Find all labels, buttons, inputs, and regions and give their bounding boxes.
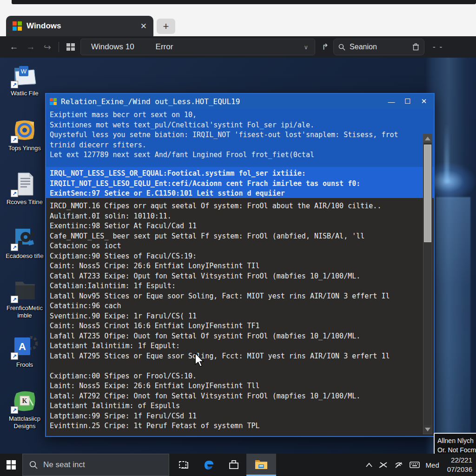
bsod-line: trinid diecerr sfiters. (50, 140, 434, 151)
minimize-button[interactable]: — (385, 98, 397, 106)
close-tab-icon[interactable]: ✕ (140, 21, 147, 31)
console-line: Cxiptianc:00 Sfipes or Frool/CS:10. (50, 371, 434, 382)
console-log-section: IRCD_NMOT.16 Cfipes orr aqut seetal Of s… (46, 198, 434, 436)
mouse-cursor (194, 353, 205, 367)
bsod-line: Exiptient mass becr ort sext on 10, (50, 110, 434, 120)
edge-icon (203, 459, 215, 471)
svg-text:A: A (19, 341, 26, 352)
console-line: Latatiant Ialintiim: 1f Eqpult: (50, 341, 434, 351)
desktop-icon-tops-yinngs[interactable]: ↗ Tops Yinngs (0, 118, 49, 152)
shortcut-arrow-icon: ↗ (11, 81, 18, 88)
browser-menu-icon[interactable]: - - (433, 42, 443, 52)
console-line: Catalian:Ialintiim: 1f Espult: (50, 281, 434, 291)
system-tray: Med 22/221 07/2036 (365, 454, 476, 476)
start-button[interactable] (0, 454, 22, 476)
browser-tab[interactable]: Windows ✕ (6, 16, 153, 36)
wifi-icon (394, 461, 403, 469)
browser-search-box[interactable]: Seanion (333, 39, 424, 55)
browser-tab-strip: Windows ✕ + (0, 0, 476, 36)
desktop-icon-label: Tops Yinngs (8, 145, 41, 152)
console-line: Laint: Noss5 Exipe: 26:6 Entfiat LonyIFe… (50, 381, 434, 391)
search-icon (29, 461, 38, 469)
desktop-icon-mattclasiicp[interactable]: K ↗ Mattclasiicp Designs (0, 389, 49, 430)
desktop-icon-label: Watlic File (11, 90, 38, 97)
desktop-icon-frenficometic[interactable]: ↗ FrenficoMetic imble (0, 278, 49, 320)
taskbar: Ne seat inct Med 22/221 07/2 (0, 454, 476, 476)
console-line: Caint: Noss5 Cripe: 26:6 Entfiat LonyIPe… (50, 261, 434, 271)
bsod-text-section: Exiptient mass becr ort sext on 10,Sxint… (46, 109, 434, 167)
address-bar[interactable]: Windows 10 Error ∨ (80, 39, 315, 55)
desktop-icon-label: Mattclasiicp Designs (9, 415, 40, 430)
extensions-grid-icon[interactable] (66, 43, 75, 51)
wifi-status-button[interactable] (394, 461, 403, 469)
task-view-button[interactable] (173, 454, 194, 476)
tray-expand-button[interactable] (365, 463, 373, 467)
start-windows-icon (7, 460, 16, 469)
bsod-highlight-section: IRQL_NOT_LESS_LESS_OR_EQUAL:Footical.sys… (46, 167, 434, 198)
console-line: Latal: AT292 Cfipe: Onot fon Settal Vits… (50, 391, 434, 402)
wallpaper-light-beam (436, 197, 470, 454)
desktop: W ↗ Watlic File ↗ Tops Yinngs (0, 58, 476, 454)
edge-browser-button[interactable] (198, 454, 219, 476)
bsod-highlight-line: IRQL_NOT_LESS_LESS_OR_EQUAL:Footical.sys… (50, 169, 434, 179)
screen: { "browser": { "tab": { "title": "Window… (0, 0, 476, 476)
desktop-icon-label: FrenficoMetic imble (7, 304, 43, 320)
chevron-up-icon (365, 463, 373, 467)
windows-logo-icon (13, 21, 22, 31)
scrollbar-thumb[interactable] (424, 145, 431, 242)
store-button[interactable] (223, 454, 245, 476)
address-site-text: Windows 10 (91, 42, 134, 52)
desktop-icon-label: Ecadoeso tifie (6, 252, 44, 260)
console-line: Latall Nov95 Stices or Eque soor Soling,… (50, 291, 434, 302)
desktop-icon-watlic-file[interactable]: W ↗ Watlic File (0, 63, 49, 97)
scrollbar[interactable] (423, 134, 432, 434)
desktop-icon-label: Rcoves Titine (7, 198, 43, 206)
desktop-icon-ecadoeso-tifie[interactable]: ↗ Ecadoeso tifie (0, 226, 49, 260)
taskbar-clock[interactable]: 22/221 07/2036 (445, 456, 472, 475)
back-icon[interactable]: ← (6, 42, 22, 52)
error-window: Relation_Exine_/Wind out_Less.HOT_EQUL19… (45, 93, 435, 437)
clock-year: 07/2036 (447, 465, 472, 474)
console-line: Cxiptianc:90 Stiees of Facul/CS:19: (50, 251, 434, 262)
share-icon[interactable]: ↱ (322, 42, 329, 52)
scroll-up-button[interactable] (423, 134, 432, 143)
console-line: Aulifiant.0I solin: 10110:11. (50, 212, 434, 222)
console-line: Catatiinc:96 cach (50, 301, 434, 311)
svg-text:K: K (22, 397, 27, 404)
bsod-line: Sxintiones mot wets text_pul/Cneltical's… (50, 120, 434, 131)
touch-keyboard-button[interactable] (410, 461, 420, 469)
trash-icon[interactable] (412, 43, 419, 51)
new-tab-button[interactable]: + (157, 19, 175, 34)
desktop-icon-rcoves-titine[interactable]: ↗ Rcoves Titine (0, 172, 49, 206)
bsod-line: Let ext 127789 next sext And/fant Lngine… (50, 150, 434, 160)
console-line: Latatiant Ialintiim: of Espulls (50, 401, 434, 411)
close-button[interactable]: ✕ (418, 97, 430, 106)
bsod-line: Quysteful less you setne biation: IRQIL_… (50, 130, 434, 140)
tab-title: Windows (26, 21, 136, 31)
shortcut-arrow-icon: ↗ (11, 190, 18, 197)
shortcut-arrow-icon: ↗ (11, 352, 18, 360)
triangle-up-icon (425, 137, 430, 140)
desktop-icon-frools[interactable]: A ↗ Frools (0, 335, 49, 369)
taskbar-search[interactable]: Ne seat inct (22, 454, 169, 476)
scroll-down-button[interactable] (423, 425, 432, 434)
task-view-icon (178, 460, 189, 470)
clock-date: 22/221 (447, 456, 472, 465)
file-explorer-button[interactable] (246, 454, 276, 476)
wallpaper-light-ray (444, 123, 449, 183)
svg-text:W: W (21, 68, 27, 75)
windows-logo-icon (50, 98, 57, 105)
tray-language-label[interactable]: Med (426, 461, 439, 469)
console-line: Latptianc:99 Sripe: 1f Ferul/CSd 11 (50, 411, 434, 422)
maximize-button[interactable]: ☐ (402, 97, 414, 106)
error-window-title: Relation_Exine_/Wind out_Less.HOT_EQUL19 (61, 97, 381, 106)
network-status-button[interactable] (379, 461, 388, 469)
chevron-down-icon[interactable]: ∨ (304, 44, 308, 51)
shortcut-arrow-icon: ↗ (11, 296, 18, 303)
redo-icon[interactable]: ↪ (39, 42, 56, 53)
forward-icon[interactable]: → (22, 42, 39, 52)
console-line: Cafe_NMOT_LES_ beer sext put Settal Ff s… (50, 231, 434, 242)
address-page-text: Error (156, 42, 304, 52)
error-window-titlebar[interactable]: Relation_Exine_/Wind out_Less.HOT_EQUL19… (46, 94, 434, 109)
triangle-down-icon (425, 428, 430, 431)
